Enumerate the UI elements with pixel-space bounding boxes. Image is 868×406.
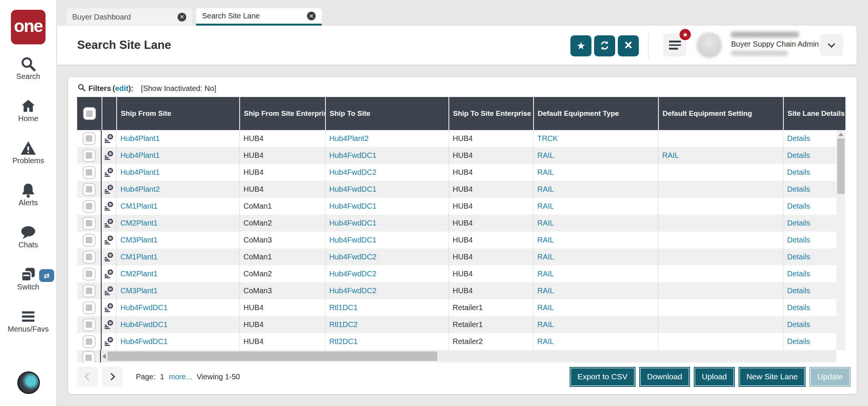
site-lane-icon[interactable]	[104, 269, 114, 279]
site-lane-icon[interactable]	[104, 201, 114, 211]
site-lane-icon[interactable]	[104, 235, 114, 245]
ship-from-site-link[interactable]: Hub4Plant1	[120, 134, 160, 143]
favorite-button[interactable]: ★	[570, 35, 591, 56]
sidebar-item-switch[interactable]: ⇄Switch	[0, 266, 56, 291]
ship-to-site-link[interactable]: Hub4FwdDC1	[329, 151, 377, 160]
one-network-logo[interactable]: one	[11, 10, 46, 44]
next-page-button[interactable]	[102, 367, 122, 387]
horizontal-scrollbar-thumb[interactable]	[108, 351, 437, 361]
ship-from-site-link[interactable]: CM2Plant1	[120, 219, 158, 227]
default-equipment-type-link[interactable]: RAIL	[537, 286, 554, 295]
row-checkbox[interactable]	[83, 268, 96, 280]
site-lane-icon[interactable]	[104, 167, 114, 177]
row-checkbox[interactable]	[83, 217, 96, 230]
column-header-site-lane-details[interactable]: Site Lane Details	[783, 97, 845, 130]
ship-to-site-link[interactable]: Hub4Plant2	[329, 134, 369, 143]
row-checkbox[interactable]	[83, 132, 96, 145]
row-checkbox[interactable]	[83, 335, 96, 348]
site-lane-icon[interactable]	[104, 286, 114, 296]
default-equipment-type-link[interactable]: RAIL	[537, 303, 554, 312]
ship-from-site-link[interactable]: CM3Plant1	[120, 286, 158, 295]
prev-page-button[interactable]	[77, 367, 97, 387]
favorites-badge[interactable]: ★	[678, 28, 692, 41]
details-link[interactable]: Details	[787, 236, 810, 244]
ship-from-site-link[interactable]: CM3Plant1	[120, 236, 158, 244]
ship-from-site-link[interactable]: Hub4FwdDC1	[120, 337, 168, 346]
scroll-up-arrow-icon[interactable]	[838, 133, 844, 136]
details-link[interactable]: Details	[787, 185, 810, 194]
update-button[interactable]: Update	[809, 367, 851, 387]
download-button[interactable]: Download	[639, 367, 690, 387]
default-equipment-type-link[interactable]: RAIL	[537, 337, 554, 346]
sidebar-item-alerts[interactable]: Alerts	[0, 182, 56, 207]
tab-buyer-dashboard[interactable]: Buyer Dashboard✕	[66, 8, 192, 26]
sidebar-item-search[interactable]: Search	[0, 56, 56, 80]
details-link[interactable]: Details	[787, 168, 810, 177]
more-pages-link[interactable]: more...	[169, 373, 192, 381]
site-lane-icon[interactable]	[104, 133, 114, 144]
ship-to-site-link[interactable]: Hub4FwdDC1	[329, 219, 377, 227]
row-checkbox[interactable]	[83, 318, 96, 331]
site-lane-icon[interactable]	[104, 303, 114, 313]
default-equipment-type-link[interactable]: RAIL	[537, 236, 554, 244]
details-link[interactable]: Details	[787, 219, 810, 227]
sidebar-item-chats[interactable]: Chats	[0, 224, 56, 249]
vertical-scrollbar-thumb[interactable]	[837, 138, 845, 194]
ship-to-site-link[interactable]: Hub4FwdDC2	[329, 286, 377, 295]
horizontal-scrollbar[interactable]	[101, 351, 836, 361]
default-equipment-type-link[interactable]: RAIL	[537, 151, 554, 160]
row-checkbox[interactable]	[83, 301, 96, 314]
switch-context-badge[interactable]: ⇄	[39, 269, 54, 282]
user-menu-button[interactable]	[820, 34, 843, 56]
ship-from-site-link[interactable]: CM1Plant1	[120, 253, 158, 261]
ship-to-site-link[interactable]: Rtl2DC1	[329, 337, 358, 346]
scroll-left-arrow-icon[interactable]	[102, 354, 106, 359]
default-equipment-type-link[interactable]: RAIL	[537, 202, 554, 211]
default-equipment-type-link[interactable]: RAIL	[537, 270, 554, 278]
row-checkbox[interactable]	[82, 351, 95, 362]
ship-from-site-link[interactable]: Hub4Plant1	[120, 168, 160, 177]
row-checkbox[interactable]	[83, 234, 96, 247]
default-equipment-type-link[interactable]: RAIL	[537, 219, 554, 227]
details-link[interactable]: Details	[787, 270, 810, 278]
row-checkbox[interactable]	[83, 285, 96, 297]
ship-from-site-link[interactable]: Hub4FwdDC1	[120, 320, 168, 329]
vertical-scrollbar[interactable]	[836, 130, 845, 350]
column-header-ship-from-site-enterprise[interactable]: Ship From Site Enterprise	[239, 97, 325, 130]
ship-to-site-link[interactable]: Rtl1DC2	[329, 320, 358, 329]
details-link[interactable]: Details	[787, 151, 810, 160]
row-checkbox[interactable]	[83, 200, 96, 213]
row-checkbox[interactable]	[83, 149, 96, 162]
details-link[interactable]: Details	[787, 337, 810, 346]
tab-search-site-lane[interactable]: Search Site Lane✕	[196, 8, 322, 26]
column-header-default-equipment-type[interactable]: Default Equipment Type	[533, 97, 658, 130]
tab-close-icon[interactable]: ✕	[178, 13, 186, 21]
sidebar-item-home[interactable]: Home	[0, 98, 56, 123]
ship-from-site-link[interactable]: Hub4Plant1	[120, 151, 160, 160]
sidebar-user-avatar[interactable]	[17, 371, 40, 394]
select-all-checkbox[interactable]	[83, 107, 96, 120]
ship-to-site-link[interactable]: Hub4FwdDC1	[329, 236, 377, 244]
current-page[interactable]: 1	[160, 373, 164, 381]
default-equipment-setting-link[interactable]: RAIL	[662, 151, 679, 160]
details-link[interactable]: Details	[787, 320, 810, 329]
ship-from-site-link[interactable]: Hub4Plant2	[120, 185, 160, 194]
details-link[interactable]: Details	[787, 253, 810, 261]
column-header-ship-from-site[interactable]: Ship From Site	[116, 97, 239, 130]
default-equipment-type-link[interactable]: RAIL	[537, 185, 554, 194]
default-equipment-type-link[interactable]: RAIL	[537, 168, 554, 177]
ship-to-site-link[interactable]: Hub4FwdDC2	[329, 270, 377, 278]
refresh-button[interactable]	[594, 35, 615, 56]
site-lane-icon[interactable]	[104, 150, 114, 161]
export-to-csv-button[interactable]: Export to CSV	[570, 367, 635, 387]
ship-to-site-link[interactable]: Hub4FwdDC1	[329, 185, 377, 194]
details-link[interactable]: Details	[787, 134, 810, 143]
ship-to-site-link[interactable]: Rtl1DC1	[329, 303, 358, 312]
ship-to-site-link[interactable]: Hub4FwdDC2	[329, 168, 377, 177]
site-lane-icon[interactable]	[104, 184, 114, 194]
site-lane-icon[interactable]	[104, 320, 114, 330]
details-link[interactable]: Details	[787, 202, 810, 211]
ship-from-site-link[interactable]: CM1Plant1	[120, 202, 158, 211]
details-link[interactable]: Details	[787, 303, 810, 312]
site-lane-icon[interactable]	[104, 252, 114, 262]
